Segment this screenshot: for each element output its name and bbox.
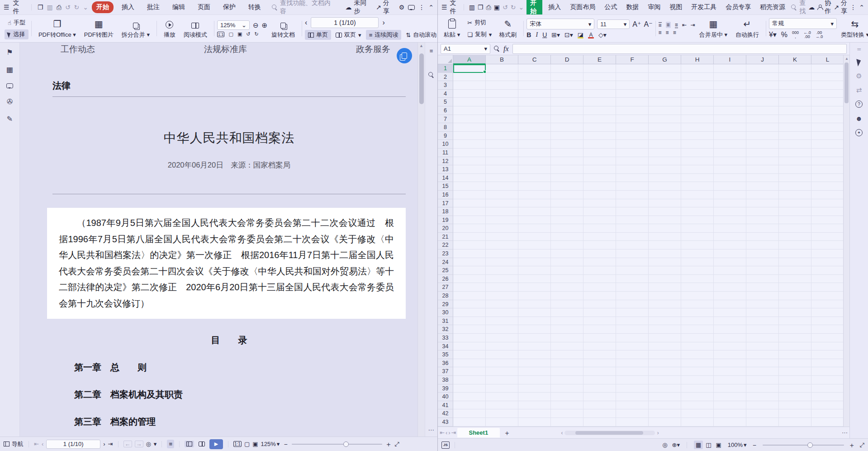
last-page-icon[interactable]: ⇥	[108, 441, 113, 447]
cell-J41[interactable]	[746, 401, 779, 410]
inspiration-bulb-icon[interactable]: ✦	[855, 129, 863, 136]
sheet-tab-sheet1[interactable]: Sheet1	[457, 428, 500, 437]
cell-A41[interactable]	[453, 401, 486, 410]
cell-C10[interactable]	[518, 140, 551, 149]
cell-H14[interactable]	[681, 174, 714, 182]
cell-C36[interactable]	[518, 359, 551, 368]
cell-I41[interactable]	[714, 401, 746, 410]
cell-C4[interactable]	[518, 90, 551, 98]
cell-B16[interactable]	[486, 191, 518, 199]
eraser-icon[interactable]: ◇▾	[598, 31, 607, 38]
cell-G18[interactable]	[649, 207, 681, 216]
row-header-20[interactable]: 20	[438, 224, 453, 233]
cell-I36[interactable]	[714, 359, 746, 368]
row-header-22[interactable]: 22	[438, 241, 453, 249]
sheet-share-button[interactable]: ↗ 分享	[834, 0, 847, 15]
paste-button[interactable]: 粘贴 ▾	[440, 17, 464, 40]
attachment-icon[interactable]: ✇	[7, 98, 13, 106]
decrease-decimal-icon[interactable]: .00→.0	[816, 31, 823, 39]
zoom-slider-knob[interactable]	[807, 442, 813, 448]
cell-J30[interactable]	[746, 308, 779, 317]
print-preview-icon[interactable]: ▣	[494, 4, 500, 10]
cell-B10[interactable]	[486, 140, 518, 149]
cell-D20[interactable]	[551, 224, 583, 233]
cell-E16[interactable]	[583, 191, 616, 199]
merge-center-button[interactable]: ▦合并居中 ▾	[695, 17, 731, 40]
cell-C42[interactable]	[518, 409, 551, 418]
cell-G42[interactable]	[649, 409, 681, 418]
row-header-5[interactable]: 5	[438, 98, 453, 106]
cell-K16[interactable]	[779, 191, 811, 199]
rotate-doc-button[interactable]: 旋转文档	[267, 17, 299, 40]
cell-K28[interactable]	[779, 292, 811, 300]
cell-G36[interactable]	[649, 359, 681, 368]
cell-L28[interactable]	[811, 292, 843, 300]
cell-I4[interactable]	[714, 90, 746, 98]
select-all-corner[interactable]	[438, 55, 453, 64]
font-bigger-icon[interactable]: A⁺	[632, 20, 641, 29]
cell-J6[interactable]	[746, 106, 779, 115]
cell-A30[interactable]	[453, 308, 486, 317]
cell-G21[interactable]	[649, 233, 681, 241]
cell-L35[interactable]	[811, 350, 843, 359]
cell-K14[interactable]	[779, 174, 811, 182]
align-bottom-icon[interactable]: ≡	[675, 22, 678, 28]
cell-H8[interactable]	[681, 123, 714, 132]
cell-K31[interactable]	[779, 317, 811, 326]
pdf-tab-page[interactable]: 页面	[193, 1, 215, 13]
cell-K7[interactable]	[779, 115, 811, 124]
cell-K6[interactable]	[779, 106, 811, 115]
cell-J4[interactable]	[746, 90, 779, 98]
cell-D36[interactable]	[551, 359, 583, 368]
cell-A32[interactable]	[453, 325, 486, 334]
cell-C38[interactable]	[518, 376, 551, 384]
cell-K17[interactable]	[779, 199, 811, 208]
actual-size-icon[interactable]: 1:1	[217, 32, 225, 37]
cell-D3[interactable]	[551, 81, 583, 90]
cell-I40[interactable]	[714, 393, 746, 401]
cell-J7[interactable]	[746, 115, 779, 124]
cell-G4[interactable]	[649, 90, 681, 98]
cell-I26[interactable]	[714, 275, 746, 283]
row-header-16[interactable]: 16	[438, 191, 453, 199]
format-painter-button[interactable]: ✎格式刷	[495, 17, 521, 40]
cell-F21[interactable]	[616, 233, 649, 241]
cell-L31[interactable]	[811, 317, 843, 326]
cell-L22[interactable]	[811, 241, 843, 249]
macro-icon[interactable]: JS	[441, 441, 450, 449]
cell-F37[interactable]	[616, 367, 649, 376]
cell-G11[interactable]	[649, 149, 681, 157]
cell-E13[interactable]	[583, 165, 616, 174]
cell-K42[interactable]	[779, 409, 811, 418]
cell-A9[interactable]	[453, 132, 486, 140]
process-flow-icon[interactable]: ⇄	[856, 86, 862, 93]
cell-I23[interactable]	[714, 249, 746, 258]
cell-A20[interactable]	[453, 224, 486, 233]
cell-B24[interactable]	[486, 258, 518, 267]
cell-D23[interactable]	[551, 249, 583, 258]
cell-A3[interactable]	[453, 81, 486, 90]
cell-L37[interactable]	[811, 367, 843, 376]
cell-J13[interactable]	[746, 165, 779, 174]
bold-icon[interactable]: B	[526, 31, 531, 38]
cell-C27[interactable]	[518, 283, 551, 292]
pdf-document[interactable]: 工作动态 法规标准库 政务服务 法律 中华人民共和国档案法 2020年06月20…	[20, 43, 417, 437]
cell-I7[interactable]	[714, 115, 746, 124]
row-header-38[interactable]: 38	[438, 376, 453, 384]
column-header-C[interactable]: C	[518, 55, 551, 64]
cell-I34[interactable]	[714, 342, 746, 351]
draw-border-icon[interactable]: ⊡▾	[564, 31, 573, 38]
zoom-select[interactable]: 125%⌄	[217, 20, 250, 30]
cell-A15[interactable]	[453, 182, 486, 191]
cell-D7[interactable]	[551, 115, 583, 124]
row-header-36[interactable]: 36	[438, 359, 453, 368]
cell-A25[interactable]	[453, 266, 486, 275]
cell-L40[interactable]	[811, 393, 843, 401]
cell-J39[interactable]	[746, 384, 779, 393]
cell-A7[interactable]	[453, 115, 486, 124]
pdf-share-button[interactable]: ↗ 分享	[376, 0, 395, 15]
cell-H1[interactable]	[681, 64, 714, 73]
cell-B1[interactable]	[486, 64, 518, 73]
pdf-tab-comment[interactable]: 批注	[142, 1, 164, 13]
cell-A4[interactable]	[453, 90, 486, 98]
